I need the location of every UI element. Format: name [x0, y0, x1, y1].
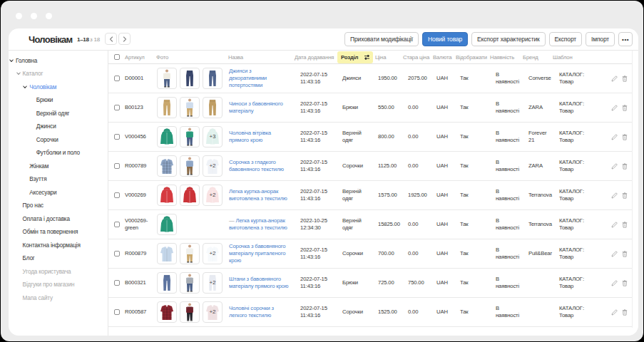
- product-photo[interactable]: [157, 214, 177, 235]
- column-header[interactable]: Бренд: [523, 51, 538, 63]
- product-photo[interactable]: [180, 68, 200, 89]
- edit-button[interactable]: [610, 309, 618, 316]
- more-photos-badge[interactable]: +2: [203, 243, 223, 264]
- row-checkbox[interactable]: [114, 134, 120, 140]
- sidebar-item-13[interactable]: Оплата і доставка: [9, 212, 108, 226]
- product-name-link[interactable]: Сорочка з гладкого бавовняного текстилю: [229, 159, 289, 173]
- sidebar-item-4[interactable]: Брюки: [9, 94, 108, 108]
- edit-button[interactable]: [610, 250, 618, 257]
- sidebar-item-17[interactable]: Угода користувача: [9, 265, 108, 279]
- edit-button[interactable]: [610, 162, 618, 170]
- sidebar-item-12[interactable]: Про нас: [9, 200, 108, 213]
- sidebar-item-8[interactable]: Футболки и поло: [9, 147, 108, 160]
- sidebar-item-6[interactable]: Джинси: [9, 120, 108, 134]
- product-name-link[interactable]: Чоловіча вітрівка прямого крою: [229, 130, 289, 144]
- row-checkbox[interactable]: [114, 309, 120, 315]
- delete-button[interactable]: [621, 75, 628, 82]
- import-button[interactable]: Імпорт: [586, 32, 615, 46]
- pagination-prev-button[interactable]: [105, 33, 117, 45]
- product-name-link[interactable]: Легка куртка-анорак виготовлена з тексти…: [229, 188, 289, 202]
- new-product-button[interactable]: Новий товар: [422, 32, 468, 46]
- delete-button[interactable]: [621, 104, 628, 111]
- product-photo[interactable]: [157, 243, 177, 264]
- product-photo[interactable]: [203, 68, 223, 89]
- sidebar-item-1[interactable]: Головна: [9, 54, 108, 68]
- more-photos-badge[interactable]: +2: [203, 301, 223, 323]
- row-checkbox[interactable]: [114, 192, 120, 198]
- hide-modifications-button[interactable]: Приховати модифікації: [344, 32, 419, 46]
- select-all-checkbox[interactable]: [114, 54, 120, 60]
- product-photo[interactable]: [157, 185, 177, 206]
- row-checkbox[interactable]: [114, 280, 120, 286]
- row-checkbox[interactable]: [114, 251, 120, 256]
- product-photo[interactable]: [157, 301, 177, 323]
- column-header[interactable]: Наявність: [490, 51, 514, 63]
- window-dot[interactable]: [16, 13, 22, 19]
- product-name-link[interactable]: Штани з бавовняного матеріалу прямого кр…: [229, 276, 289, 290]
- edit-button[interactable]: [610, 75, 618, 82]
- more-photos-badge[interactable]: +2: [203, 272, 223, 294]
- column-header[interactable]: Фото: [156, 51, 168, 63]
- delete-button[interactable]: [621, 192, 628, 199]
- export-button[interactable]: Експорт: [549, 32, 582, 46]
- row-checkbox[interactable]: [114, 222, 120, 227]
- row-checkbox[interactable]: [114, 163, 120, 169]
- sidebar-item-9[interactable]: Жінкам: [9, 160, 108, 173]
- delete-button[interactable]: [621, 279, 628, 286]
- delete-button[interactable]: [621, 250, 628, 257]
- product-name-link[interactable]: Джинси з декоративними потертостями: [229, 68, 289, 89]
- column-header-sorted[interactable]: Розділ: [337, 51, 373, 63]
- more-photos-badge[interactable]: +3: [203, 126, 223, 147]
- product-name-link[interactable]: Чиноси з бавовняного матеріалу: [229, 100, 289, 115]
- product-photo[interactable]: [180, 126, 200, 147]
- product-name-link[interactable]: — Легка куртка-анорак виготовлена з текс…: [229, 217, 289, 232]
- product-photo[interactable]: [180, 272, 200, 294]
- column-header[interactable]: Стара ціна: [403, 51, 429, 63]
- edit-button[interactable]: [610, 133, 618, 140]
- column-header[interactable]: Відображати: [456, 51, 487, 63]
- delete-button[interactable]: [621, 133, 628, 140]
- column-header[interactable]: Дата додавання: [295, 51, 334, 63]
- product-photo[interactable]: [157, 126, 177, 147]
- sidebar-item-5[interactable]: Верхній одяг: [9, 107, 108, 120]
- delete-button[interactable]: [621, 162, 628, 170]
- sidebar-item-10[interactable]: Взуття: [9, 173, 108, 187]
- more-photos-badge[interactable]: +2: [203, 155, 223, 177]
- column-header[interactable]: Назва: [228, 51, 243, 63]
- edit-button[interactable]: [610, 104, 618, 111]
- row-checkbox[interactable]: [114, 76, 120, 81]
- product-name-link[interactable]: Чоловічі сорочки з легкого текстилю: [229, 305, 289, 319]
- window-dot[interactable]: [31, 13, 37, 19]
- sidebar-item-14[interactable]: Обмін та повернення: [9, 226, 108, 239]
- sidebar-item-15[interactable]: Контактна інформація: [9, 239, 108, 252]
- sidebar-item-16[interactable]: Блог: [9, 252, 108, 266]
- window-dot[interactable]: [46, 13, 52, 19]
- product-photo[interactable]: [203, 97, 223, 118]
- export-attributes-button[interactable]: Експорт характеристик: [471, 32, 545, 46]
- product-photo[interactable]: [157, 155, 177, 177]
- product-photo[interactable]: [180, 243, 200, 264]
- delete-button[interactable]: [621, 309, 628, 316]
- product-photo[interactable]: [180, 155, 200, 177]
- edit-button[interactable]: [610, 192, 618, 199]
- product-photo[interactable]: [180, 185, 200, 206]
- product-name-link[interactable]: Сорочка з бавовняного матеріалу притален…: [229, 243, 289, 264]
- sidebar-item-18[interactable]: Відгуки про магазин: [9, 279, 108, 292]
- sidebar-item-7[interactable]: Сорочки: [9, 133, 108, 147]
- column-header[interactable]: Артикул: [125, 51, 145, 63]
- product-photo[interactable]: [180, 97, 200, 118]
- product-photo[interactable]: [157, 272, 177, 294]
- edit-button[interactable]: [610, 279, 618, 286]
- sidebar-item-2[interactable]: Каталог: [9, 68, 108, 81]
- edit-button[interactable]: [610, 221, 618, 228]
- product-photo[interactable]: [180, 301, 200, 323]
- column-header[interactable]: Ціна: [375, 51, 386, 63]
- sidebar-item-11[interactable]: Аксесуари: [9, 186, 108, 200]
- pagination-next-button[interactable]: [118, 33, 131, 45]
- delete-button[interactable]: [621, 221, 628, 228]
- product-photo[interactable]: [157, 68, 177, 89]
- more-photos-badge[interactable]: +2: [203, 185, 223, 206]
- column-header[interactable]: Шаблон: [553, 51, 573, 63]
- sidebar-item-19[interactable]: Мапа сайту: [9, 291, 108, 305]
- column-header[interactable]: Валюта: [433, 51, 451, 63]
